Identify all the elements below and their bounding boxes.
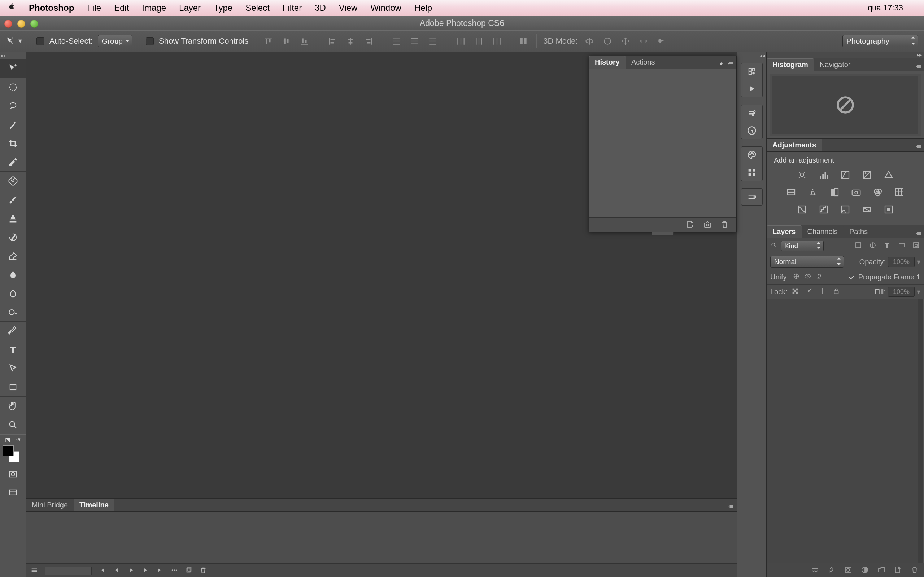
- actions-panel-icon[interactable]: [746, 82, 758, 95]
- screen-mode-toggle[interactable]: [0, 484, 26, 502]
- delete-layer-icon[interactable]: [910, 566, 919, 575]
- align-horizontal-centers-icon[interactable]: [344, 35, 357, 48]
- color-swatches[interactable]: [0, 443, 26, 465]
- invert-icon[interactable]: [795, 203, 809, 216]
- align-right-edges-icon[interactable]: [362, 35, 375, 48]
- posterize-icon[interactable]: [817, 203, 830, 216]
- fill-input[interactable]: 100%: [888, 287, 914, 297]
- 3d-slide-icon[interactable]: [637, 35, 650, 48]
- delete-frame-icon[interactable]: [199, 566, 207, 575]
- filter-search-icon[interactable]: [770, 242, 777, 251]
- tab-adjustments[interactable]: Adjustments: [767, 139, 822, 152]
- panel-menu-icon[interactable]: [915, 230, 922, 238]
- healing-brush-tool[interactable]: [0, 172, 26, 190]
- menu-file[interactable]: File: [81, 3, 108, 13]
- selective-color-icon[interactable]: [882, 203, 895, 216]
- hue-saturation-icon[interactable]: [784, 185, 798, 199]
- menu-layer[interactable]: Layer: [173, 3, 207, 13]
- vibrance-icon[interactable]: [882, 168, 895, 182]
- black-white-icon[interactable]: [828, 185, 842, 199]
- propagate-checkbox[interactable]: [848, 274, 855, 281]
- menubar-clock[interactable]: qua 17:33: [868, 3, 903, 13]
- magic-wand-tool[interactable]: [0, 115, 26, 134]
- panel-menu-icon[interactable]: [915, 143, 922, 152]
- filter-shape-icon[interactable]: [897, 241, 906, 251]
- lock-all-icon[interactable]: [832, 287, 840, 297]
- menu-type[interactable]: Type: [207, 3, 239, 13]
- align-vertical-centers-icon[interactable]: [280, 35, 293, 48]
- type-tool[interactable]: [0, 340, 26, 359]
- duplicate-frame-icon[interactable]: [185, 566, 193, 575]
- panel-collapse-icon[interactable]: [717, 61, 724, 69]
- tab-navigator[interactable]: Navigator: [814, 58, 856, 71]
- rectangle-tool[interactable]: [0, 378, 26, 397]
- lock-position-icon[interactable]: [819, 287, 827, 297]
- blur-tool[interactable]: [0, 284, 26, 303]
- menu-app[interactable]: Photoshop: [23, 3, 81, 13]
- next-frame-icon[interactable]: [142, 566, 149, 575]
- levels-icon[interactable]: [817, 168, 830, 182]
- window-close-button[interactable]: [4, 20, 12, 28]
- foreground-color-swatch[interactable]: [3, 445, 14, 456]
- curves-icon[interactable]: [838, 168, 852, 182]
- new-group-icon[interactable]: [877, 566, 886, 575]
- filter-type-icon[interactable]: [883, 241, 892, 251]
- opacity-input[interactable]: 100%: [888, 257, 914, 267]
- filter-adjustment-icon[interactable]: [868, 241, 877, 251]
- 3d-scale-icon[interactable]: [655, 35, 668, 48]
- panel-menu-icon[interactable]: [728, 503, 735, 511]
- default-colors-icon[interactable]: ⬔: [5, 436, 10, 443]
- 3d-rotate-icon[interactable]: [583, 35, 596, 48]
- gradient-map-icon[interactable]: [860, 203, 874, 216]
- panel-resize-grip[interactable]: [652, 232, 674, 235]
- move-tool[interactable]: [0, 59, 26, 78]
- align-bottom-edges-icon[interactable]: [298, 35, 311, 48]
- styles-panel-icon[interactable]: [746, 191, 758, 203]
- fill-dropdown-arrow[interactable]: ▾: [917, 287, 921, 296]
- filter-kind-dropdown[interactable]: Kind: [781, 240, 824, 251]
- new-adjustment-layer-icon[interactable]: [861, 566, 869, 575]
- auto-select-dropdown[interactable]: Group: [98, 35, 132, 47]
- blend-mode-dropdown[interactable]: Normal: [770, 256, 844, 268]
- menu-3d[interactable]: 3D: [308, 3, 333, 13]
- delete-state-icon[interactable]: [720, 220, 729, 230]
- tab-history[interactable]: History: [589, 56, 625, 69]
- collapse-handle[interactable]: ▸▸: [917, 52, 922, 58]
- tab-mini-bridge[interactable]: Mini Bridge: [26, 499, 74, 511]
- menu-help[interactable]: Help: [408, 3, 439, 13]
- toolbox-expand-handle[interactable]: ▸▸: [0, 52, 26, 59]
- dodge-tool[interactable]: [0, 303, 26, 322]
- pen-tool[interactable]: [0, 322, 26, 340]
- window-minimize-button[interactable]: [17, 20, 25, 28]
- unify-visibility-icon[interactable]: [804, 272, 812, 282]
- history-panel-icon[interactable]: [746, 65, 758, 77]
- auto-select-checkbox[interactable]: [36, 37, 44, 45]
- opacity-dropdown-arrow[interactable]: ▾: [917, 258, 921, 266]
- link-layers-icon[interactable]: [811, 566, 819, 575]
- lock-transparency-icon[interactable]: [791, 287, 799, 297]
- first-frame-icon[interactable]: [98, 566, 106, 575]
- apple-menu[interactable]: [5, 2, 23, 13]
- new-document-from-state-icon[interactable]: [686, 220, 695, 230]
- panel-menu-icon[interactable]: [915, 63, 922, 71]
- menu-image[interactable]: Image: [135, 3, 173, 13]
- channel-mixer-icon[interactable]: [871, 185, 885, 199]
- distribute-hcenter-icon[interactable]: [472, 35, 485, 48]
- properties-panel-icon[interactable]: [746, 107, 758, 119]
- color-panel-icon[interactable]: [746, 149, 758, 161]
- tab-layers[interactable]: Layers: [767, 226, 802, 238]
- lock-pixels-icon[interactable]: [805, 287, 813, 297]
- unify-position-icon[interactable]: [792, 272, 800, 282]
- menu-view[interactable]: View: [333, 3, 364, 13]
- layer-style-icon[interactable]: fx: [827, 566, 836, 575]
- marquee-tool[interactable]: [0, 78, 26, 97]
- frame-selector-dropdown[interactable]: [45, 567, 92, 575]
- tab-paths[interactable]: Paths: [843, 226, 874, 238]
- menu-window[interactable]: Window: [364, 3, 407, 13]
- clone-stamp-tool[interactable]: [0, 209, 26, 228]
- filter-smartobject-icon[interactable]: [912, 241, 921, 251]
- workspace-switcher[interactable]: Photography: [842, 35, 918, 47]
- align-left-edges-icon[interactable]: [326, 35, 339, 48]
- prev-frame-icon[interactable]: [113, 566, 121, 575]
- history-brush-tool[interactable]: [0, 228, 26, 247]
